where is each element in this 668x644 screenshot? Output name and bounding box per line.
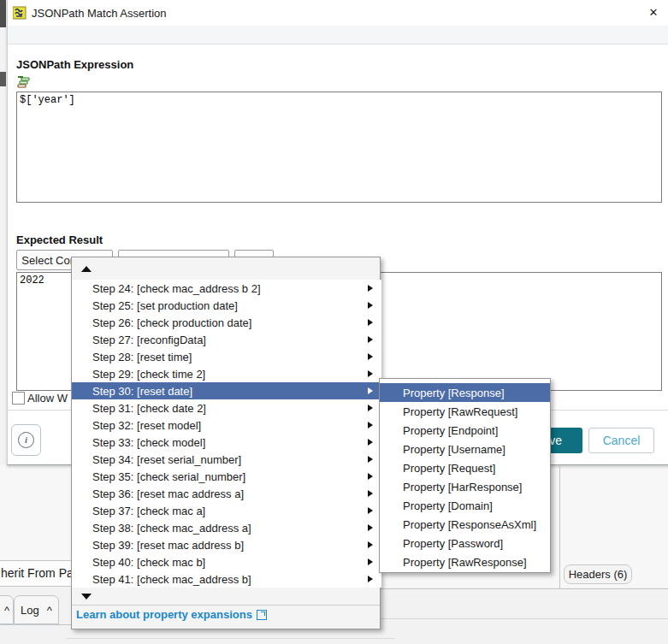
bg-left-fragment xyxy=(0,0,6,27)
submenu-arrow-icon xyxy=(368,558,373,565)
menu-item-label: Step 27: [reconfigData] xyxy=(92,334,368,346)
info-button[interactable]: i xyxy=(11,424,41,456)
cancel-button[interactable]: Cancel xyxy=(588,428,654,453)
divider xyxy=(381,618,668,619)
menu-item-step-34[interactable]: Step 34: [reset serial_number] xyxy=(72,451,381,468)
dialog-titlebar: JSONPath Match Assertion ✕ xyxy=(8,0,668,26)
menu-item-step-36[interactable]: Step 36: [reset mac address a] xyxy=(72,485,381,502)
menu-item-label: Step 33: [check model] xyxy=(92,436,368,449)
step-context-menu: Step 24: [check mac_address b 2]Step 25:… xyxy=(71,257,381,629)
menu-item-step-39[interactable]: Step 39: [reset mac address b] xyxy=(72,536,381,553)
menu-item-label: Step 30: [reset date] xyxy=(92,385,368,398)
expression-label: JSONPath Expression xyxy=(16,58,133,71)
menu-item-step-27[interactable]: Step 27: [reconfigData] xyxy=(72,331,381,348)
menu-item-label: Step 35: [check serial_number] xyxy=(92,470,368,483)
close-icon[interactable]: ✕ xyxy=(646,5,661,21)
submenu-item-property-6[interactable]: Property [Domain] xyxy=(380,496,550,515)
submenu-arrow-icon xyxy=(368,422,373,428)
menu-item-step-35[interactable]: Step 35: [check serial_number] xyxy=(72,468,381,485)
menu-item-step-30[interactable]: Step 30: [reset date] xyxy=(72,382,381,399)
property-expansions-link-label: Learn about property expansions xyxy=(76,608,252,621)
divider xyxy=(381,588,668,589)
submenu-arrow-icon xyxy=(368,576,373,582)
menu-item-label: Step 28: [reset time] xyxy=(92,351,368,363)
submenu-arrow-icon xyxy=(368,490,373,497)
submenu-item-property-4[interactable]: Property [Request] xyxy=(380,458,550,477)
menu-item-step-40[interactable]: Step 40: [check mac b] xyxy=(72,553,381,570)
assertion-icon xyxy=(13,6,27,20)
menu-item-step-26[interactable]: Step 26: [check production date] xyxy=(72,314,381,331)
allow-wildcards-label: Allow W xyxy=(27,392,68,405)
menu-item-step-31[interactable]: Step 31: [check date 2] xyxy=(72,399,381,417)
menu-item-label: Step 36: [reset mac address a] xyxy=(92,487,368,500)
menu-item-label: Step 25: [set production date] xyxy=(92,299,368,312)
submenu-item-property-2[interactable]: Property [Endpoint] xyxy=(380,421,550,440)
dialog-toolband xyxy=(8,26,668,44)
menu-item-step-38[interactable]: Step 38: [check mac_address a] xyxy=(72,519,381,536)
divider xyxy=(0,586,71,587)
submenu-arrow-icon xyxy=(368,353,373,360)
menu-scroll-down[interactable] xyxy=(72,588,380,605)
headers-tab[interactable]: Headers (6) xyxy=(564,564,632,584)
submenu-item-label: Property [Request] xyxy=(403,462,495,475)
cancel-label: Cancel xyxy=(603,434,641,447)
submenu-arrow-icon xyxy=(368,456,373,463)
submenu-arrow-icon xyxy=(368,473,373,480)
submenu-arrow-icon xyxy=(368,319,373,326)
divider xyxy=(0,624,71,625)
menu-scroll-up[interactable] xyxy=(72,257,380,280)
menu-item-step-29[interactable]: Step 29: [check time 2] xyxy=(72,365,381,382)
submenu-item-label: Property [Username] xyxy=(403,443,505,456)
log-tab[interactable]: Log ^ xyxy=(14,595,59,624)
panel-divider xyxy=(559,466,560,588)
expected-result-label: Expected Result xyxy=(16,233,103,246)
submenu-arrow-icon xyxy=(368,439,373,446)
menu-item-label: Step 29: [check time 2] xyxy=(92,368,368,381)
dialog-title: JSONPath Match Assertion xyxy=(32,7,167,20)
submenu-arrow-icon xyxy=(368,524,373,531)
log-tab-label: Log xyxy=(21,604,39,617)
menu-item-step-41[interactable]: Step 41: [check mac_address b] xyxy=(72,570,381,588)
submenu-item-property-5[interactable]: Property [HarResponse] xyxy=(380,477,550,496)
info-icon: i xyxy=(18,432,34,448)
property-submenu: Property [Response]Property [RawRequest]… xyxy=(379,378,551,573)
submenu-item-property-3[interactable]: Property [Username] xyxy=(380,440,550,458)
submenu-arrow-icon xyxy=(368,405,373,411)
menu-item-step-37[interactable]: Step 37: [check mac a] xyxy=(72,502,381,519)
menu-item-step-25[interactable]: Step 25: [set production date] xyxy=(72,297,381,314)
menu-item-step-28[interactable]: Step 28: [reset time] xyxy=(72,348,381,365)
screen: herit From Par ^ Log ^ Headers (6) JSONP… xyxy=(0,0,668,644)
allow-wildcards-checkbox[interactable] xyxy=(12,392,25,405)
property-expansions-link[interactable]: Learn about property expansions xyxy=(76,608,267,621)
submenu-item-property-7[interactable]: Property [ResponseAsXml] xyxy=(380,515,550,534)
submenu-arrow-icon xyxy=(368,370,373,377)
submenu-item-label: Property [Password] xyxy=(403,537,503,550)
headers-tab-label: Headers (6) xyxy=(569,568,628,581)
submenu-item-label: Property [RawRequest] xyxy=(403,405,517,418)
menu-item-step-24[interactable]: Step 24: [check mac_address b 2] xyxy=(72,280,381,297)
expression-textarea[interactable]: $['year'] xyxy=(16,92,662,203)
menu-item-step-32[interactable]: Step 32: [reset model] xyxy=(72,417,381,434)
submenu-arrow-icon xyxy=(368,285,373,292)
property-expansion-icon[interactable] xyxy=(16,75,31,89)
submenu-arrow-icon xyxy=(368,507,373,514)
menu-item-label: Step 32: [reset model] xyxy=(92,419,368,432)
menu-item-label: Step 40: [check mac b] xyxy=(92,556,368,569)
submenu-item-property-0[interactable]: Property [Response] xyxy=(380,383,550,402)
submenu-arrow-icon xyxy=(368,336,373,343)
menu-item-label: Step 34: [reset serial_number] xyxy=(92,453,368,466)
menu-item-label: Step 24: [check mac_address b 2] xyxy=(92,282,368,295)
menu-item-label: Step 41: [check mac_address b] xyxy=(92,573,368,586)
chevron-up-icon: ^ xyxy=(47,604,52,617)
submenu-item-label: Property [Response] xyxy=(403,387,505,399)
menu-item-label: Step 26: [check production date] xyxy=(92,316,368,329)
chevron-up-icon: ^ xyxy=(4,604,9,617)
menu-item-step-33[interactable]: Step 33: [check model] xyxy=(72,434,381,451)
collapsed-tab[interactable]: ^ xyxy=(0,595,14,624)
inherit-from-parent-label: herit From Par xyxy=(1,566,77,580)
submenu-item-property-9[interactable]: Property [RawResponse] xyxy=(380,552,550,571)
scroll-up-icon xyxy=(81,266,92,272)
submenu-item-property-8[interactable]: Property [Password] xyxy=(380,534,550,552)
divider xyxy=(67,638,395,639)
submenu-item-property-1[interactable]: Property [RawRequest] xyxy=(380,402,550,421)
